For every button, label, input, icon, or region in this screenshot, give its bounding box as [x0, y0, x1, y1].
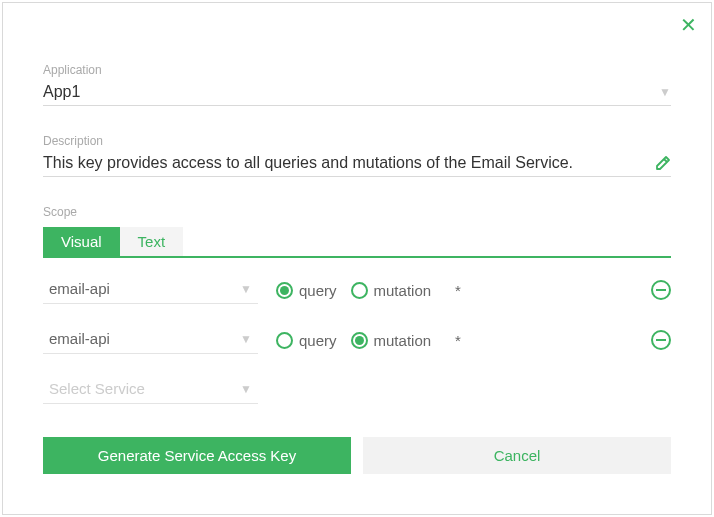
radio-query[interactable]: query [276, 332, 337, 349]
description-field: Description This key provides access to … [43, 134, 671, 177]
tab-text[interactable]: Text [120, 227, 184, 256]
close-icon[interactable]: ✕ [680, 15, 697, 35]
service-value: email-api [49, 280, 240, 297]
access-key-dialog: ✕ Application App1 ▼ Description This ke… [2, 2, 712, 515]
description-input[interactable]: This key provides access to all queries … [43, 152, 671, 177]
service-placeholder-text: Select Service [49, 380, 240, 397]
scope-field: Scope Visual Text email-api ▼ query [43, 205, 671, 404]
radio-mutation[interactable]: mutation [351, 282, 432, 299]
radio-query-label: query [299, 332, 337, 349]
application-value: App1 [43, 83, 659, 101]
description-label: Description [43, 134, 671, 148]
radio-icon [276, 282, 293, 299]
radio-mutation[interactable]: mutation [351, 332, 432, 349]
chevron-down-icon: ▼ [240, 282, 252, 296]
radio-icon [276, 332, 293, 349]
radio-mutation-label: mutation [374, 282, 432, 299]
chevron-down-icon: ▼ [240, 382, 252, 396]
generate-button[interactable]: Generate Service Access Key [43, 437, 351, 474]
radio-query-label: query [299, 282, 337, 299]
application-field: Application App1 ▼ [43, 63, 671, 106]
radio-icon [351, 282, 368, 299]
radio-icon [351, 332, 368, 349]
edit-icon[interactable] [655, 155, 671, 171]
scope-tabs: Visual Text [43, 227, 671, 258]
wildcard-value: * [455, 282, 461, 299]
remove-row-button[interactable] [651, 330, 671, 350]
service-select[interactable]: email-api ▼ [43, 326, 258, 354]
scope-row: email-api ▼ query mutation * [43, 276, 671, 304]
application-label: Application [43, 63, 671, 77]
service-value: email-api [49, 330, 240, 347]
dialog-footer: Generate Service Access Key Cancel [43, 437, 671, 474]
chevron-down-icon: ▼ [659, 85, 671, 99]
scope-row-new: Select Service ▼ [43, 376, 671, 404]
wildcard-value: * [455, 332, 461, 349]
tab-visual[interactable]: Visual [43, 227, 120, 256]
service-select[interactable]: email-api ▼ [43, 276, 258, 304]
service-select-placeholder[interactable]: Select Service ▼ [43, 376, 258, 404]
minus-icon [656, 339, 666, 341]
chevron-down-icon: ▼ [240, 332, 252, 346]
minus-icon [656, 289, 666, 291]
cancel-button[interactable]: Cancel [363, 437, 671, 474]
scope-label: Scope [43, 205, 671, 219]
remove-row-button[interactable] [651, 280, 671, 300]
description-value: This key provides access to all queries … [43, 154, 655, 172]
radio-query[interactable]: query [276, 282, 337, 299]
radio-mutation-label: mutation [374, 332, 432, 349]
radio-group: query mutation [276, 332, 431, 349]
application-select[interactable]: App1 ▼ [43, 81, 671, 106]
scope-row: email-api ▼ query mutation * [43, 326, 671, 354]
radio-group: query mutation [276, 282, 431, 299]
scope-rows: email-api ▼ query mutation * [43, 276, 671, 404]
